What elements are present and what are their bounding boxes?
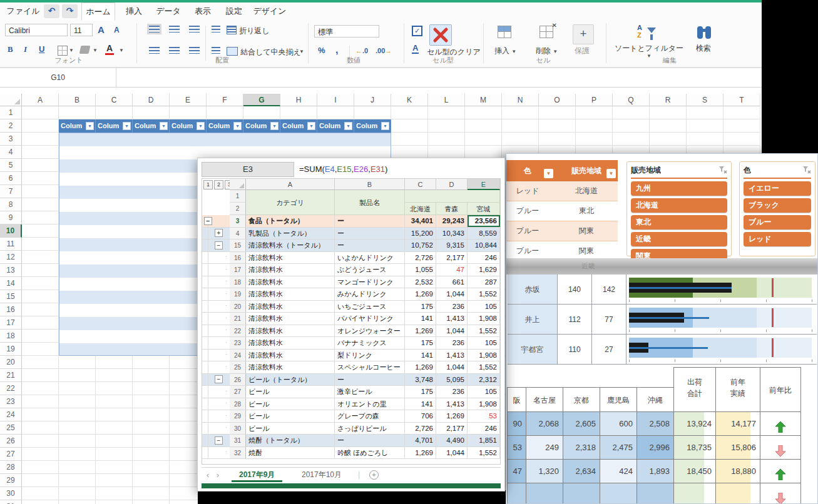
cell-category[interactable]: 清涼飲料水	[246, 325, 335, 337]
row-header[interactable]: 9	[0, 211, 22, 224]
outline-toggle-button[interactable]: ·	[222, 351, 230, 359]
column-header[interactable]: N	[502, 94, 539, 106]
mid-row-header[interactable]: 24	[230, 350, 246, 361]
tab-home[interactable]: ホーム	[81, 3, 115, 21]
mid-formula-bar[interactable]: =SUM(E4,E15,E26,E31)	[299, 162, 387, 177]
row-header[interactable]: 30	[0, 487, 22, 500]
cell-hokkaido[interactable]: 34,401	[405, 215, 436, 227]
sheet-tab-oct2017[interactable]: 2017年10月	[294, 468, 349, 482]
mid-row-header[interactable]: 27	[230, 386, 246, 398]
tab-insert[interactable]: 挿入	[120, 3, 148, 20]
column-header[interactable]: T	[723, 94, 760, 106]
cell-product-name[interactable]: バナナミックス	[335, 337, 405, 349]
row-header[interactable]: 3	[0, 133, 22, 146]
row-header[interactable]: 18	[0, 330, 22, 343]
color-filter-dropdown-button[interactable]: ▼	[544, 169, 553, 178]
cell-hokkaido[interactable]: 2,532	[405, 276, 436, 288]
mid-row-header[interactable]: 21	[230, 313, 246, 325]
row-header[interactable]: 28	[0, 461, 22, 474]
protect-button[interactable]: 保護	[575, 46, 590, 56]
cell-product-name[interactable]: マンゴードリンク	[335, 276, 405, 288]
cell-category[interactable]: ビール	[246, 410, 335, 422]
cell-aomori[interactable]: 4,490	[436, 435, 468, 446]
column-header[interactable]: B	[59, 94, 96, 106]
row-header[interactable]: 27	[0, 448, 22, 461]
grow-font-button[interactable]: A	[98, 24, 105, 35]
row-header[interactable]: 24	[0, 408, 22, 421]
header-category[interactable]: カテゴリ	[246, 190, 335, 215]
column-header[interactable]: G	[243, 94, 280, 106]
comma-button[interactable]: ,	[335, 44, 338, 56]
cell-product-name[interactable]: オリエントの里	[335, 398, 405, 410]
slicer-item[interactable]: レッド	[744, 232, 811, 246]
mid-column-header-a[interactable]: A	[246, 179, 335, 190]
cell-hokkaido[interactable]: 175	[405, 301, 436, 313]
fill-color-dropdown-arrow[interactable]: ▼	[93, 48, 98, 53]
sheet-tab-sep2017[interactable]: 2017年9月	[232, 468, 282, 482]
column-header[interactable]: H	[280, 94, 317, 106]
mid-row-header[interactable]: 29	[230, 410, 246, 422]
slicer-item[interactable]: 近畿	[631, 232, 727, 246]
mid-row-header[interactable]: 32	[230, 447, 246, 459]
italic-button[interactable]: I	[24, 44, 27, 54]
cell-product-name[interactable]: さっぱりビール	[335, 423, 405, 435]
cell-aomori[interactable]: 29,243	[436, 215, 468, 227]
header-nagoya[interactable]: 名古屋	[526, 387, 563, 412]
data-row[interactable]: · 20 清涼飲料水 いちごジュース 175 236 105	[202, 301, 500, 313]
redo-button[interactable]: ↷	[62, 4, 78, 18]
filter-header-color[interactable]: 色▼	[506, 160, 555, 181]
outline-level-button[interactable]: 2	[214, 180, 223, 189]
cell-aomori[interactable]: 236	[436, 386, 468, 398]
mid-row-header[interactable]: 18	[230, 276, 246, 288]
mid-name-box[interactable]: E3	[202, 162, 294, 177]
column-header[interactable]: E	[170, 94, 207, 106]
table-column-header[interactable]: Colum▼	[170, 119, 207, 133]
cell-category[interactable]: 清涼飲料水	[246, 313, 335, 325]
outline-toggle-button[interactable]: +	[215, 229, 223, 237]
cell-product-name[interactable]: 激辛ビール	[335, 386, 405, 398]
slicer-item[interactable]: 北海道	[631, 198, 727, 213]
column-header[interactable]: J	[354, 94, 391, 106]
mid-column-header-e[interactable]: E	[468, 179, 500, 190]
borders-icon[interactable]	[58, 46, 68, 56]
mid-row-header[interactable]: 25	[230, 361, 246, 373]
cell-aomori[interactable]: 661	[436, 276, 468, 288]
row-header[interactable]: 2	[0, 119, 22, 133]
search-icon[interactable]	[696, 24, 712, 40]
data-row[interactable]: · 32 焼酎 吟醸 ほめごろし 1,269 1,044 1,552	[202, 447, 500, 460]
outline-toggle-button[interactable]: ·	[222, 290, 230, 298]
filter-dropdown-button[interactable]: ▼	[344, 122, 352, 130]
row-header[interactable]: 26	[0, 435, 22, 448]
merge-center-icon[interactable]	[227, 47, 238, 56]
row-header[interactable]: 6	[0, 172, 22, 185]
cell-category[interactable]: ビール	[246, 386, 335, 398]
slicer-item[interactable]: 東北	[631, 215, 727, 229]
select-all-corner[interactable]	[0, 94, 22, 106]
summary-row[interactable]	[508, 483, 817, 504]
outline-toggle-button[interactable]: ·	[222, 400, 230, 408]
cell-aomori[interactable]: 1,044	[436, 325, 468, 337]
number-format-select[interactable]: 標準	[314, 25, 379, 38]
cell-aomori[interactable]: 1,044	[436, 288, 468, 300]
row-header[interactable]: 10	[0, 224, 22, 238]
table-column-header[interactable]: Colum▼	[133, 119, 170, 133]
cell-product-name[interactable]: ー	[335, 228, 405, 239]
data-row[interactable]: · 29 ビール グレープの森 706 1,269 53	[202, 410, 500, 423]
cell-aomori[interactable]: 1,413	[436, 398, 468, 410]
cell-product-name[interactable]: ー	[335, 435, 405, 446]
mid-row-header[interactable]: 22	[230, 325, 246, 337]
cell-product-name[interactable]: ー	[335, 374, 405, 386]
formula-bar[interactable]	[116, 68, 762, 87]
outline-toggle-button[interactable]: −	[204, 217, 212, 225]
indent-decrease-icon[interactable]	[212, 47, 220, 54]
slicer-item[interactable]: 九州	[631, 181, 727, 196]
tab-design[interactable]: デザイン	[252, 3, 288, 20]
clear-filter-icon[interactable]	[802, 166, 811, 174]
align-top-icon[interactable]	[149, 26, 160, 33]
table-column-header[interactable]: Colum▼	[280, 119, 317, 133]
font-size-select[interactable]: 11	[70, 24, 93, 36]
cell-aomori[interactable]: 5,095	[436, 374, 468, 386]
column-header[interactable]: L	[428, 94, 465, 106]
mid-row-header[interactable]: 16	[230, 252, 246, 264]
summary-row[interactable]: 90 2,068 2,605 600 2,508 13,924 14,177	[508, 412, 817, 436]
